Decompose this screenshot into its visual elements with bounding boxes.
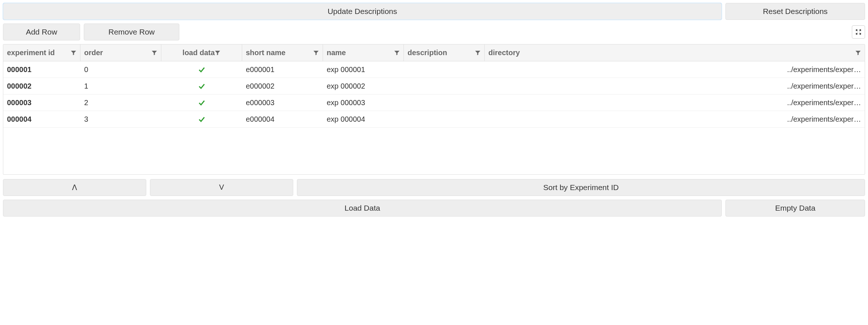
check-icon xyxy=(198,66,205,73)
cell-order[interactable]: 2 xyxy=(80,99,161,107)
cell-load-data[interactable] xyxy=(161,82,242,90)
cell-name[interactable]: exp 000004 xyxy=(323,115,404,124)
cell-load-data[interactable] xyxy=(161,99,242,106)
cell-experiment-id[interactable]: 000004 xyxy=(3,115,80,124)
empty-data-button[interactable]: Empty Data xyxy=(725,200,865,217)
sort-by-experiment-id-button[interactable]: Sort by Experiment ID xyxy=(297,179,865,196)
cell-order[interactable]: 3 xyxy=(80,115,161,124)
cell-short-name[interactable]: e000003 xyxy=(242,99,323,107)
column-header-short-name[interactable]: short name xyxy=(242,44,323,61)
check-icon xyxy=(198,82,205,90)
column-header-label: short name xyxy=(246,49,286,57)
cell-short-name[interactable]: e000001 xyxy=(242,65,323,74)
cell-directory[interactable]: ../experiments/exper… xyxy=(485,115,865,124)
cell-short-name[interactable]: e000002 xyxy=(242,82,323,90)
filter-icon[interactable] xyxy=(151,50,157,56)
column-header-directory[interactable]: directory xyxy=(485,44,865,61)
sort-button-row: Ʌ V Sort by Experiment ID xyxy=(3,179,865,196)
cell-load-data[interactable] xyxy=(161,115,242,123)
column-header-order[interactable]: order xyxy=(80,44,161,61)
experiments-table: experiment id order load data short name… xyxy=(3,44,865,175)
cell-directory[interactable]: ../experiments/exper… xyxy=(485,65,865,74)
cell-experiment-id[interactable]: 000002 xyxy=(3,82,80,90)
reset-descriptions-button[interactable]: Reset Descriptions xyxy=(725,3,865,20)
add-row-button[interactable]: Add Row xyxy=(3,24,80,40)
remove-row-button[interactable]: Remove Row xyxy=(84,24,179,40)
filter-icon[interactable] xyxy=(215,50,220,56)
expand-icon xyxy=(856,29,861,35)
cell-experiment-id[interactable]: 000001 xyxy=(3,65,80,74)
cell-short-name[interactable]: e000004 xyxy=(242,115,323,124)
table-row[interactable]: 0000032e000003exp 000003../experiments/e… xyxy=(3,94,865,111)
table-row[interactable]: 0000021e000002exp 000002../experiments/e… xyxy=(3,78,865,94)
filter-icon[interactable] xyxy=(394,50,400,56)
column-header-label: description xyxy=(408,49,447,57)
column-header-load-data[interactable]: load data xyxy=(161,44,242,61)
cell-directory[interactable]: ../experiments/exper… xyxy=(485,82,865,90)
move-down-button[interactable]: V xyxy=(150,179,293,196)
cell-directory[interactable]: ../experiments/exper… xyxy=(485,99,865,107)
expand-button[interactable] xyxy=(852,25,865,39)
table-row[interactable]: 0000043e000004exp 000004../experiments/e… xyxy=(3,111,865,128)
cell-order[interactable]: 1 xyxy=(80,82,161,90)
top-button-row: Update Descriptions Reset Descriptions xyxy=(3,3,865,20)
column-header-description[interactable]: description xyxy=(404,44,485,61)
cell-name[interactable]: exp 000003 xyxy=(323,99,404,107)
column-header-label: experiment id xyxy=(7,49,55,57)
table-header-row: experiment id order load data short name… xyxy=(3,44,865,61)
cell-name[interactable]: exp 000001 xyxy=(323,65,404,74)
check-icon xyxy=(198,99,205,106)
cell-load-data[interactable] xyxy=(161,66,242,73)
row-edit-button-row: Add Row Remove Row xyxy=(3,24,865,40)
filter-icon[interactable] xyxy=(313,50,319,56)
cell-experiment-id[interactable]: 000003 xyxy=(3,99,80,107)
move-up-button[interactable]: Ʌ xyxy=(3,179,146,196)
column-header-name[interactable]: name xyxy=(323,44,404,61)
data-button-row: Load Data Empty Data xyxy=(3,200,865,217)
column-header-label: order xyxy=(84,49,103,57)
cell-name[interactable]: exp 000002 xyxy=(323,82,404,90)
column-header-experiment-id[interactable]: experiment id xyxy=(3,44,80,61)
column-header-label: directory xyxy=(488,49,520,57)
filter-icon[interactable] xyxy=(855,50,861,56)
load-data-button[interactable]: Load Data xyxy=(3,200,722,217)
filter-icon[interactable] xyxy=(475,50,481,56)
column-header-label: name xyxy=(327,49,346,57)
table-body: 0000010e000001exp 000001../experiments/e… xyxy=(3,61,865,174)
table-row[interactable]: 0000010e000001exp 000001../experiments/e… xyxy=(3,61,865,78)
check-icon xyxy=(198,115,205,123)
cell-order[interactable]: 0 xyxy=(80,65,161,74)
update-descriptions-button[interactable]: Update Descriptions xyxy=(3,3,722,20)
filter-icon[interactable] xyxy=(71,50,76,56)
column-header-label: load data xyxy=(183,49,215,57)
